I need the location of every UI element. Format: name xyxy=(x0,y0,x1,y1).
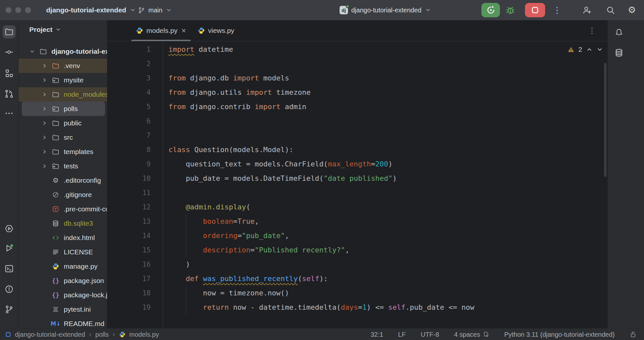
tree-item-polls[interactable]: polls xyxy=(22,102,105,116)
line-number[interactable]: 15 xyxy=(107,243,152,257)
python-interpreter[interactable]: Python 3.11 (django-tutorial-extended) xyxy=(504,331,615,338)
tree-item-public[interactable]: public xyxy=(19,116,107,130)
settings-button[interactable]: ⚙ xyxy=(628,6,636,15)
tree-item-pytest-ini[interactable]: pytest.ini xyxy=(19,302,107,317)
structure-tool-button[interactable] xyxy=(3,67,16,80)
tree-item-templates[interactable]: templates xyxy=(19,145,107,159)
project-tool-button[interactable] xyxy=(3,25,16,38)
chevron-collapsed-icon[interactable] xyxy=(41,77,48,84)
tree-item-node-modules-li[interactable]: node_modules li xyxy=(19,87,107,102)
code-with-me-button[interactable] xyxy=(582,5,592,15)
code-line[interactable]: now = timezone.now() xyxy=(168,286,601,300)
chevron-collapsed-icon[interactable] xyxy=(41,148,48,155)
code-line[interactable]: from django.utils import timezone xyxy=(168,85,601,100)
code-editor[interactable]: 12345678910111213141516171819 import dat… xyxy=(107,42,608,328)
tree-item-index-html[interactable]: index.html xyxy=(19,231,107,245)
line-number[interactable]: 6 xyxy=(107,114,152,128)
code-line[interactable]: class Question(models.Model): xyxy=(168,143,601,157)
editor-scrollbar[interactable] xyxy=(604,63,607,177)
caret-position[interactable]: 32:1 xyxy=(370,331,383,338)
line-ending[interactable]: LF xyxy=(398,331,406,338)
code-content[interactable]: import datetimefrom django.db import mod… xyxy=(168,42,601,315)
search-everywhere-button[interactable] xyxy=(606,5,615,15)
line-number-gutter[interactable]: 12345678910111213141516171819 xyxy=(107,42,152,315)
project-widget[interactable]: django-tutorial-extended xyxy=(46,6,136,14)
commit-tool-button[interactable] xyxy=(3,46,16,59)
tree-item--editorconfig[interactable]: ⚙.editorconfig xyxy=(19,173,107,188)
tree-item-manage-py[interactable]: manage.py xyxy=(19,259,107,274)
chevron-collapsed-icon[interactable] xyxy=(41,134,48,141)
line-number[interactable]: 14 xyxy=(107,229,152,243)
git-tool-button[interactable] xyxy=(3,303,16,316)
rerun-button[interactable] xyxy=(481,3,500,17)
code-line[interactable]: description="Published recently?", xyxy=(168,243,601,257)
code-line[interactable]: pub_date = models.DateTimeField("date pu… xyxy=(168,171,601,186)
tree-item-license[interactable]: LICENSE xyxy=(19,245,107,259)
line-number[interactable]: 13 xyxy=(107,214,152,229)
tree-item-db-sqlite3[interactable]: db.sqlite3 xyxy=(19,216,107,231)
tree-item-package-json[interactable]: {}package.json xyxy=(19,274,107,288)
window-minimize-button[interactable] xyxy=(15,7,21,13)
line-number[interactable]: 11 xyxy=(107,186,152,200)
run-configuration-widget[interactable]: dj django-tutorial-extended xyxy=(340,6,431,14)
line-number[interactable]: 4 xyxy=(107,85,152,100)
code-line[interactable] xyxy=(168,128,601,143)
code-line[interactable]: ) xyxy=(168,257,601,272)
problems-tool-button[interactable] xyxy=(3,283,16,296)
tree-item-readme-md[interactable]: M↓README.md xyxy=(19,317,107,328)
inspections-widget[interactable]: 2 xyxy=(568,46,603,53)
line-number[interactable]: 12 xyxy=(107,200,152,214)
debug-button[interactable] xyxy=(505,5,516,16)
database-tool-button[interactable] xyxy=(612,46,625,59)
more-actions-button[interactable]: ⋮ xyxy=(553,6,561,14)
close-tab-icon[interactable]: × xyxy=(181,27,186,35)
project-panel-header[interactable]: Project xyxy=(19,20,107,39)
stop-button[interactable] xyxy=(525,3,545,17)
chevron-collapsed-icon[interactable] xyxy=(41,163,48,170)
services-tool-button[interactable] xyxy=(3,242,16,255)
line-number[interactable]: 5 xyxy=(107,100,152,114)
code-line[interactable]: question_text = models.CharField(max_len… xyxy=(168,157,601,171)
unlocked-padlock-icon[interactable] xyxy=(630,331,637,338)
tree-item-mysite[interactable]: mysite xyxy=(19,73,107,87)
window-zoom-button[interactable] xyxy=(25,7,31,13)
tab-options-button[interactable]: ⋮ xyxy=(588,27,596,35)
chevron-expanded-icon[interactable] xyxy=(29,48,36,55)
line-number[interactable]: 16 xyxy=(107,257,152,272)
chevron-collapsed-icon[interactable] xyxy=(41,62,48,69)
branch-widget[interactable]: main xyxy=(138,7,172,14)
breadcrumb-file[interactable]: models.py xyxy=(129,331,159,338)
code-line[interactable]: import datetime xyxy=(168,42,601,57)
code-line[interactable] xyxy=(168,57,601,71)
line-number[interactable]: 3 xyxy=(107,71,152,85)
code-line[interactable]: ordering="pub_date", xyxy=(168,229,601,243)
code-line[interactable]: @admin.display( xyxy=(168,200,601,214)
line-number[interactable]: 7 xyxy=(107,128,152,143)
tree-item--pre-commit-con[interactable]: .pre-commit-con xyxy=(19,202,107,216)
line-number[interactable]: 18 xyxy=(107,286,152,300)
tab-views-py[interactable]: views.py xyxy=(192,20,240,41)
code-line[interactable] xyxy=(168,114,601,128)
next-warning-button[interactable] xyxy=(597,46,603,53)
code-line[interactable] xyxy=(168,186,601,200)
previous-warning-button[interactable] xyxy=(586,46,593,53)
line-number[interactable]: 19 xyxy=(107,300,152,315)
code-line[interactable]: boolean=True, xyxy=(168,214,601,229)
python-console-tool-button[interactable] xyxy=(3,222,16,235)
code-line[interactable]: return now - datetime.timedelta(days=1) … xyxy=(168,300,601,315)
chevron-collapsed-icon[interactable] xyxy=(41,120,48,127)
line-number[interactable]: 10 xyxy=(107,171,152,186)
line-number[interactable]: 17 xyxy=(107,272,152,286)
tree-item-tests[interactable]: tests xyxy=(19,159,107,173)
more-tool-button[interactable] xyxy=(3,107,16,120)
tree-item-src[interactable]: src xyxy=(19,130,107,145)
line-number[interactable]: 9 xyxy=(107,157,152,171)
line-number[interactable]: 2 xyxy=(107,57,152,71)
pull-requests-tool-button[interactable] xyxy=(3,87,16,100)
breadcrumb-package[interactable]: polls xyxy=(95,331,109,338)
notifications-tool-button[interactable] xyxy=(612,26,625,39)
chevron-collapsed-icon[interactable] xyxy=(41,91,48,98)
tree-item--gitignore[interactable]: .gitignore xyxy=(19,188,107,202)
line-number[interactable]: 1 xyxy=(107,42,152,57)
tree-item-package-lock-jso[interactable]: {}package-lock.jso xyxy=(19,288,107,302)
